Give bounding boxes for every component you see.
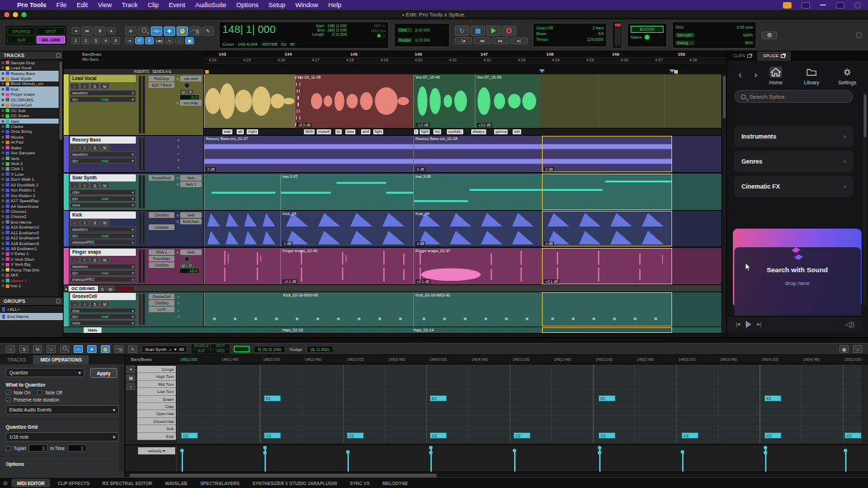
track-show-icon[interactable] bbox=[1, 247, 4, 250]
link-track-edit-icon[interactable]: |◂▸| bbox=[155, 37, 164, 44]
track-show-icon[interactable] bbox=[1, 252, 4, 255]
track-list-item[interactable]: Don't Walk 1 bbox=[0, 177, 59, 182]
track-list-item[interactable]: A11 EndHarm3 bbox=[0, 230, 59, 235]
midi-note[interactable]: C2 bbox=[844, 432, 862, 439]
velocity-stem[interactable] bbox=[514, 450, 516, 472]
track-show-icon[interactable] bbox=[1, 114, 4, 117]
menu-options[interactable]: Options bbox=[236, 1, 258, 9]
clip-gain-badge[interactable]: +0.1 dB bbox=[282, 279, 297, 284]
ruler-bar-label[interactable]: 145 bbox=[350, 52, 357, 56]
clip-gain-badge[interactable]: 0 dB bbox=[282, 241, 292, 246]
track-show-icon[interactable] bbox=[1, 99, 4, 101]
strength-label[interactable]: Strength: bbox=[676, 33, 694, 37]
go-to-end-button[interactable]: ▸| bbox=[511, 37, 528, 44]
solo-button[interactable]: S bbox=[90, 83, 99, 89]
splice-settings-button[interactable]: Settings bbox=[833, 66, 862, 85]
menu-event[interactable]: Event bbox=[169, 1, 185, 9]
track-show-icon[interactable] bbox=[1, 184, 4, 186]
clip-gain-badge[interactable]: -1.0 dB bbox=[415, 123, 430, 127]
bottom-window-tab[interactable]: MIDI EDITOR bbox=[11, 479, 51, 487]
elastic-audio-selector[interactable]: dynread▾ bbox=[70, 96, 136, 102]
vi-selector[interactable]: none▾ bbox=[70, 202, 136, 208]
tempo-value[interactable]: 129.0000 bbox=[587, 36, 603, 42]
solo-button[interactable]: S bbox=[90, 301, 99, 307]
elastic-audio-selector[interactable]: dynread▾ bbox=[70, 158, 136, 164]
midi-panel-divider[interactable] bbox=[119, 366, 124, 472]
grid-label[interactable]: Grid bbox=[398, 28, 412, 32]
send-mute-button[interactable]: M bbox=[180, 263, 187, 268]
midi-target-track[interactable]: Soar Synth♪▾60 bbox=[142, 345, 187, 353]
bottom-window-tab[interactable]: MELODYNE bbox=[377, 479, 414, 487]
splice-category-row[interactable]: Genres› bbox=[734, 151, 853, 172]
midi-editor-mode-button[interactable]: SPOT bbox=[211, 344, 230, 349]
track-show-icon[interactable] bbox=[1, 104, 4, 106]
midi-note[interactable]: C2 bbox=[181, 432, 198, 439]
tab-midi-operations[interactable]: MIDI OPERATIONS bbox=[33, 355, 89, 364]
track-lane-lead-vocal[interactable]: Vox.03_11-08 +5.5 dB Vox.07_15-46 bbox=[204, 74, 726, 136]
track-show-icon[interactable] bbox=[1, 66, 4, 69]
track-show-icon[interactable] bbox=[1, 215, 4, 218]
clip-gain-badge[interactable]: +5.5 dB bbox=[297, 123, 312, 127]
menu-setup[interactable]: Setup bbox=[269, 1, 286, 9]
grid-note-value[interactable]: 1/16 note bbox=[699, 25, 753, 29]
track-list-item[interactable]: A4 NeverKnew bbox=[0, 204, 59, 209]
zoomer-tool-icon[interactable] bbox=[60, 345, 69, 353]
solo-button[interactable]: S bbox=[19, 345, 29, 353]
audio-clip[interactable]: Kick_04 0 dB bbox=[413, 211, 542, 247]
bottom-window-tab[interactable]: RX SPECTRAL EDITOR bbox=[97, 479, 158, 487]
drum-lane-label[interactable]: Conga bbox=[137, 366, 176, 373]
track-list-item[interactable]: Finger snaps bbox=[0, 92, 59, 97]
mute-button[interactable]: M bbox=[100, 144, 109, 151]
track-view-selector[interactable]: waveform▾ bbox=[70, 90, 136, 96]
input-monitor-button[interactable]: I bbox=[80, 83, 89, 89]
track-list-item[interactable]: Verb bbox=[0, 156, 59, 161]
midi-clip[interactable]: Inst 2-08 bbox=[413, 174, 542, 210]
ruler-bar-label[interactable]: 150 bbox=[678, 52, 685, 56]
vi-selector[interactable]: none▾ bbox=[70, 320, 136, 326]
insert-plugin[interactable]: TrnsntShpr bbox=[149, 256, 174, 262]
track-show-icon[interactable] bbox=[1, 72, 4, 75]
mute-button[interactable]: M bbox=[33, 345, 42, 353]
trim-tool-icon[interactable]: ⊣⊢ bbox=[74, 345, 83, 353]
swing-value[interactable]: 66% bbox=[699, 41, 753, 45]
automation-mode-selector[interactable]: dynread▾ bbox=[70, 314, 136, 319]
track-list-item[interactable]: Reecey Bass bbox=[0, 71, 59, 76]
track-list-item[interactable]: A9 EndHarm1 bbox=[0, 246, 59, 251]
midi-editor-mode-button[interactable]: SLIP bbox=[192, 349, 210, 354]
midi-note[interactable]: C2 bbox=[513, 432, 531, 439]
main-counter[interactable]: 148| 1| 000 bbox=[222, 24, 385, 35]
audio-clip[interactable] bbox=[204, 211, 280, 247]
quantize-target-selector[interactable]: Elastic Audio Events▾ bbox=[6, 405, 119, 414]
lyric-marker[interactable]: and bbox=[361, 129, 370, 134]
midi-ruler-label[interactable]: Bars|Beats bbox=[131, 357, 152, 362]
ruler-bar-label[interactable]: 149 bbox=[612, 52, 619, 56]
track-header-reecey-bass[interactable]: Reecey Bass ● I S M waveform▾ dynread▾ bbox=[64, 136, 204, 173]
track-show-icon[interactable] bbox=[1, 162, 4, 165]
track-show-icon[interactable] bbox=[1, 189, 4, 191]
track-show-icon[interactable] bbox=[1, 146, 4, 149]
automation-mode-selector[interactable]: dynread▾ bbox=[70, 270, 136, 276]
meter-label[interactable]: Meter bbox=[536, 31, 546, 36]
insert-plugin[interactable]: KompltKntrl bbox=[149, 175, 174, 181]
track-show-icon[interactable] bbox=[1, 284, 4, 287]
bottom-window-tab[interactable]: SYNTHESIZER V STUDIO 2ARAPLUGIN bbox=[247, 479, 342, 487]
velocity-lane-selector[interactable]: velocity ▾ bbox=[138, 447, 175, 454]
mute-button[interactable]: M bbox=[100, 182, 109, 189]
edit-selection-outline[interactable] bbox=[542, 327, 672, 333]
track-list-item[interactable]: Kick bbox=[0, 86, 59, 91]
menu-audiosuite[interactable]: AudioSuite bbox=[195, 1, 227, 9]
layered-editing-icon[interactable]: ▣ bbox=[185, 37, 194, 44]
send-pre-button[interactable]: P bbox=[187, 263, 194, 268]
splice-category-row[interactable]: Instruments› bbox=[734, 126, 853, 147]
groups-panel-menu-icon[interactable] bbox=[56, 299, 61, 304]
audio-clip[interactable] bbox=[204, 74, 295, 128]
app-menu-pro-tools[interactable]: Pro Tools bbox=[17, 1, 46, 9]
splice-search[interactable] bbox=[734, 90, 853, 103]
track-list-item[interactable]: V Delay 1 bbox=[0, 252, 59, 257]
lyric-marker[interactable]: gonna bbox=[494, 129, 508, 134]
zoom-preset-button[interactable]: 4 bbox=[102, 37, 110, 44]
tuplet-checkbox[interactable]: ✓ bbox=[6, 446, 11, 451]
tab-clips[interactable]: CLIPS bbox=[727, 51, 757, 61]
menu-view[interactable]: View bbox=[98, 1, 112, 9]
search-with-sound-card[interactable]: Search with Sound drop here bbox=[733, 229, 862, 307]
